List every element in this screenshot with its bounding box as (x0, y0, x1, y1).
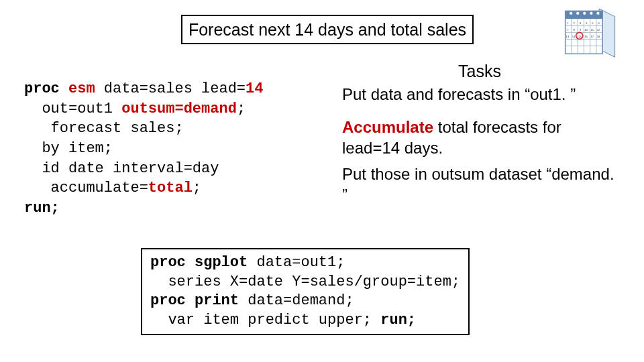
code-block-bottom-box: proc sgplot data=out1; series X=date Y=s… (141, 248, 470, 335)
tasks-p3: Put those in outsum dataset “demand. ” (342, 164, 617, 205)
run-bottom: run; (380, 312, 416, 328)
sgplot-proc: proc sgplot (150, 254, 248, 271)
code-block-bottom: proc sgplot data=out1; series X=date Y=s… (150, 253, 460, 330)
slide-title: Forecast next 14 days and total sales (189, 20, 466, 40)
tasks-p2: Accumulate total forecasts forlead=14 da… (342, 117, 617, 158)
tasks-p2-accumulate: Accumulate (342, 118, 433, 136)
series-line: series X=date Y=sales/group=item; (150, 274, 460, 290)
svg-point-5 (583, 11, 586, 15)
tasks-p2-rest1: total forecasts for (433, 118, 561, 136)
print-rest: data=demand; (239, 292, 354, 309)
svg-text:12: 12 (597, 28, 600, 32)
data-lead: data=sales lead= (104, 80, 246, 97)
forecast-line: forecast sales; (24, 120, 184, 137)
tasks-p2-rest2: lead=14 days. (342, 139, 443, 157)
svg-text:16: 16 (584, 35, 588, 38)
svg-text:13: 13 (566, 35, 570, 38)
svg-point-4 (576, 11, 580, 15)
id-line: id date interval=day (24, 160, 219, 177)
kw-proc: proc (24, 80, 60, 97)
accum-keyword: total (148, 180, 193, 196)
outsum-keyword: outsum=demand (121, 101, 237, 117)
accum-semi: ; (193, 180, 201, 196)
svg-text:17: 17 (591, 35, 594, 38)
lead-value: 14 (246, 80, 263, 97)
code-block-left: proc esm data=sales lead=14 out=out1 out… (24, 79, 333, 219)
var-line: var item predict upper; (150, 312, 380, 328)
calendar-icon: 123456 789101112 131415161718 (561, 5, 617, 62)
svg-text:14: 14 (572, 35, 576, 38)
sgplot-rest: data=out1; (248, 254, 345, 271)
svg-text:18: 18 (597, 35, 600, 38)
tasks-heading: Tasks (342, 60, 617, 82)
svg-point-7 (596, 11, 600, 15)
tasks-p1: Put data and forecasts in “out1. ” (342, 84, 617, 105)
svg-point-6 (590, 11, 593, 15)
run-line: run; (24, 200, 60, 217)
proc-name-esm: esm (68, 80, 95, 97)
slide-title-box: Forecast next 14 days and total sales (181, 15, 474, 44)
svg-text:11: 11 (591, 28, 594, 32)
svg-text:15: 15 (578, 35, 582, 38)
out-line-pre: out=out1 (24, 101, 121, 117)
svg-point-3 (570, 11, 573, 15)
tasks-column: Tasks Put data and forecasts in “out1. ”… (342, 60, 617, 217)
print-proc: proc print (150, 292, 239, 309)
accum-pre: accumulate= (24, 180, 148, 196)
out-semi: ; (237, 101, 246, 117)
by-line: by item; (24, 140, 113, 157)
svg-text:10: 10 (584, 28, 588, 32)
